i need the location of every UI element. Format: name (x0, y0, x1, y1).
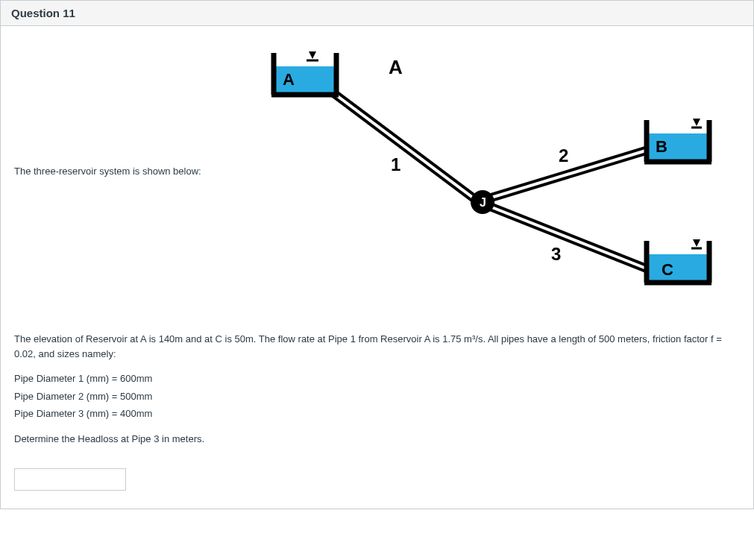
reservoir-b-label: B (656, 137, 667, 156)
svg-marker-18 (693, 119, 700, 126)
pipe-d2: Pipe Diameter 2 (mm) = 500mm (14, 389, 740, 404)
label-pipe-3: 3 (551, 244, 561, 264)
svg-rect-20 (648, 253, 708, 281)
question-body: The three-reservoir system is shown belo… (1, 26, 753, 509)
detail-para: The elevation of Reservoir at A is 140m … (14, 332, 740, 361)
svg-text:J: J (480, 196, 486, 209)
reservoir-a: A (271, 51, 339, 95)
label-a-external: A (389, 56, 403, 78)
junction-j: J (471, 190, 494, 214)
svg-line-1 (330, 90, 479, 202)
question-prompt: Determine the Headloss at Pipe 3 in mete… (14, 432, 740, 447)
reservoir-c-label: C (662, 260, 673, 279)
svg-rect-7 (275, 59, 335, 66)
reservoir-b: B (644, 119, 711, 162)
reservoir-a-label: A (283, 70, 295, 89)
svg-marker-25 (693, 239, 700, 247)
question-number: Question 11 (11, 7, 75, 19)
pipe-1 (330, 90, 479, 202)
pipe-d1: Pipe Diameter 1 (mm) = 600mm (14, 371, 740, 386)
question-header: Question 11 (1, 0, 753, 26)
intro-text: The three-reservoir system is shown belo… (14, 166, 260, 177)
pipe-d3: Pipe Diameter 3 (mm) = 400mm (14, 406, 740, 421)
reservoir-c: C (644, 239, 711, 283)
label-pipe-2: 2 (559, 145, 568, 166)
detail-block: The elevation of Reservoir at A is 140m … (14, 332, 740, 491)
three-reservoir-diagram: A B (260, 37, 723, 305)
figure-wrap: A B (260, 37, 740, 305)
label-pipe-1: 1 (391, 154, 400, 174)
question-card: Question 11 The three-reservoir system i… (0, 0, 754, 509)
answer-input[interactable] (14, 468, 126, 491)
svg-line-5 (486, 205, 648, 269)
svg-marker-11 (309, 51, 316, 59)
pipe-3 (486, 205, 648, 269)
figure-row: The three-reservoir system is shown belo… (14, 37, 740, 305)
